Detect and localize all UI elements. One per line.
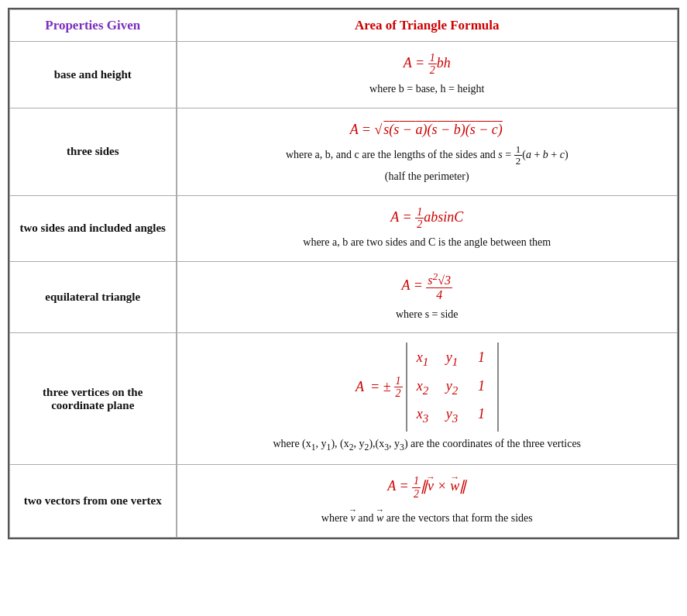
formula-cell: A = √s(s − a)(s − b)(s − c) where a, b, … bbox=[177, 108, 678, 195]
property-label: base and height bbox=[10, 42, 177, 108]
table-row: three sides A = √s(s − a)(s − b)(s − c) … bbox=[10, 108, 678, 195]
formula-note: where (x1, y1), (x2, y2),(x3, y3) are th… bbox=[185, 435, 670, 456]
formula-cell: A = 12bh where b = base, h = height bbox=[177, 42, 678, 108]
table-row: three vertices on the coordinate plane A… bbox=[10, 333, 678, 465]
property-label: equilateral triangle bbox=[10, 262, 177, 333]
formula-cell: A = s2√34 where s = side bbox=[177, 262, 678, 333]
matrix: x1 y1 1 x2 y2 1 x3 bbox=[406, 342, 499, 431]
formula-cell: A = ±12 x1 y1 1 x2 y2 bbox=[177, 333, 678, 465]
formula-main: A = s2√34 bbox=[185, 271, 670, 302]
formula-main: A = 12absinC bbox=[185, 205, 670, 231]
property-label: two vectors from one vertex bbox=[10, 465, 177, 538]
main-table-container: Properties Given Area of Triangle Formul… bbox=[8, 8, 679, 539]
formula-note: where s = side bbox=[185, 305, 670, 324]
table-row: two sides and included angles A = 12absi… bbox=[10, 195, 678, 262]
header-properties: Properties Given bbox=[10, 10, 177, 42]
property-label: three vertices on the coordinate plane bbox=[10, 333, 177, 465]
formula-main: A = √s(s − a)(s − b)(s − c) bbox=[185, 118, 670, 142]
formula-main: A = ±12 x1 y1 1 x2 y2 bbox=[356, 342, 499, 431]
formula-main: A = 12bh bbox=[185, 51, 670, 77]
formula-note: where b = base, h = height bbox=[185, 80, 670, 98]
header-formula: Area of Triangle Formula bbox=[177, 10, 678, 42]
formula-cell: A = 12‖→v × →w‖ where →v and →w are the … bbox=[177, 465, 678, 538]
formula-main: A = 12‖→v × →w‖ bbox=[185, 474, 670, 500]
formula-note: where a, b, and c are the lengths of the… bbox=[185, 144, 670, 167]
table-row: two vectors from one vertex A = 12‖→v × … bbox=[10, 465, 678, 538]
table-row: equilateral triangle A = s2√34 where s =… bbox=[10, 262, 678, 333]
property-label: two sides and included angles bbox=[10, 195, 177, 262]
formula-note: where →v and →w are the vectors that for… bbox=[185, 503, 670, 528]
formula-note-2: (half the perimeter) bbox=[185, 167, 670, 186]
property-label: three sides bbox=[10, 108, 177, 195]
formula-cell: A = 12absinC where a, b are two sides an… bbox=[177, 195, 678, 262]
table-row: base and height A = 12bh where b = base,… bbox=[10, 42, 678, 108]
formula-note: where a, b are two sides and C is the an… bbox=[185, 233, 670, 252]
